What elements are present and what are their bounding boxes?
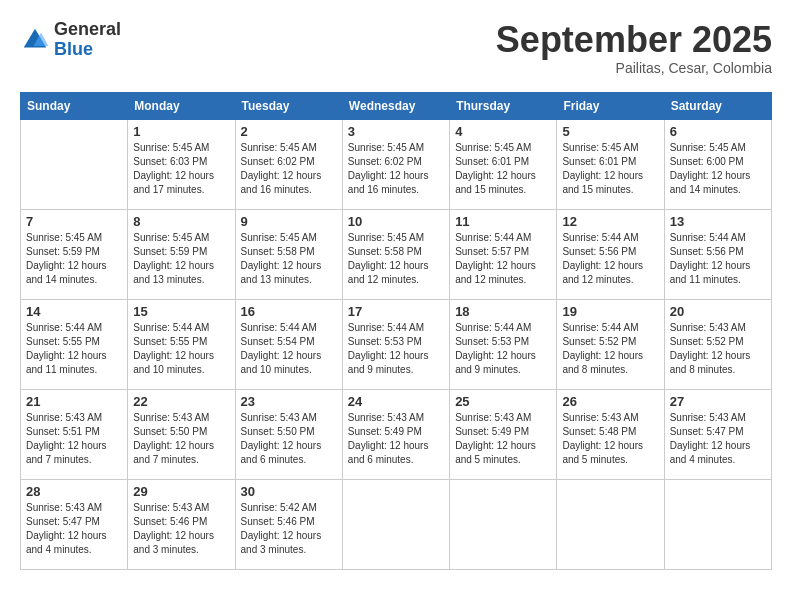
day-number: 24 <box>348 394 444 409</box>
day-number: 27 <box>670 394 766 409</box>
calendar-table: SundayMondayTuesdayWednesdayThursdayFrid… <box>20 92 772 570</box>
day-info: Sunrise: 5:45 AM Sunset: 6:02 PM Dayligh… <box>241 141 337 197</box>
calendar-cell <box>450 479 557 569</box>
calendar-cell: 4Sunrise: 5:45 AM Sunset: 6:01 PM Daylig… <box>450 119 557 209</box>
day-number: 28 <box>26 484 122 499</box>
weekday-header-monday: Monday <box>128 92 235 119</box>
calendar-cell: 26Sunrise: 5:43 AM Sunset: 5:48 PM Dayli… <box>557 389 664 479</box>
day-number: 6 <box>670 124 766 139</box>
calendar-cell <box>664 479 771 569</box>
calendar-cell: 5Sunrise: 5:45 AM Sunset: 6:01 PM Daylig… <box>557 119 664 209</box>
day-info: Sunrise: 5:44 AM Sunset: 5:55 PM Dayligh… <box>26 321 122 377</box>
calendar-cell: 19Sunrise: 5:44 AM Sunset: 5:52 PM Dayli… <box>557 299 664 389</box>
calendar-header: SundayMondayTuesdayWednesdayThursdayFrid… <box>21 92 772 119</box>
calendar-cell: 27Sunrise: 5:43 AM Sunset: 5:47 PM Dayli… <box>664 389 771 479</box>
weekday-header-friday: Friday <box>557 92 664 119</box>
logo-icon <box>20 25 50 55</box>
day-number: 5 <box>562 124 658 139</box>
day-number: 8 <box>133 214 229 229</box>
day-number: 7 <box>26 214 122 229</box>
calendar-cell: 10Sunrise: 5:45 AM Sunset: 5:58 PM Dayli… <box>342 209 449 299</box>
day-info: Sunrise: 5:45 AM Sunset: 5:58 PM Dayligh… <box>348 231 444 287</box>
day-number: 21 <box>26 394 122 409</box>
calendar-cell: 14Sunrise: 5:44 AM Sunset: 5:55 PM Dayli… <box>21 299 128 389</box>
week-row-1: 1Sunrise: 5:45 AM Sunset: 6:03 PM Daylig… <box>21 119 772 209</box>
day-number: 22 <box>133 394 229 409</box>
calendar-cell: 29Sunrise: 5:43 AM Sunset: 5:46 PM Dayli… <box>128 479 235 569</box>
calendar-cell: 9Sunrise: 5:45 AM Sunset: 5:58 PM Daylig… <box>235 209 342 299</box>
day-info: Sunrise: 5:43 AM Sunset: 5:49 PM Dayligh… <box>348 411 444 467</box>
calendar-body: 1Sunrise: 5:45 AM Sunset: 6:03 PM Daylig… <box>21 119 772 569</box>
day-number: 14 <box>26 304 122 319</box>
day-number: 15 <box>133 304 229 319</box>
day-info: Sunrise: 5:43 AM Sunset: 5:51 PM Dayligh… <box>26 411 122 467</box>
day-info: Sunrise: 5:45 AM Sunset: 5:59 PM Dayligh… <box>133 231 229 287</box>
calendar-cell: 12Sunrise: 5:44 AM Sunset: 5:56 PM Dayli… <box>557 209 664 299</box>
page-header: General Blue September 2025 Pailitas, Ce… <box>20 20 772 76</box>
day-info: Sunrise: 5:45 AM Sunset: 6:01 PM Dayligh… <box>562 141 658 197</box>
day-number: 23 <box>241 394 337 409</box>
day-number: 2 <box>241 124 337 139</box>
calendar-cell: 21Sunrise: 5:43 AM Sunset: 5:51 PM Dayli… <box>21 389 128 479</box>
month-title: September 2025 <box>496 20 772 60</box>
weekday-header-wednesday: Wednesday <box>342 92 449 119</box>
day-number: 16 <box>241 304 337 319</box>
day-number: 29 <box>133 484 229 499</box>
calendar-cell: 2Sunrise: 5:45 AM Sunset: 6:02 PM Daylig… <box>235 119 342 209</box>
title-block: September 2025 Pailitas, Cesar, Colombia <box>496 20 772 76</box>
calendar-cell: 8Sunrise: 5:45 AM Sunset: 5:59 PM Daylig… <box>128 209 235 299</box>
weekday-header-saturday: Saturday <box>664 92 771 119</box>
day-number: 3 <box>348 124 444 139</box>
calendar-cell: 17Sunrise: 5:44 AM Sunset: 5:53 PM Dayli… <box>342 299 449 389</box>
day-info: Sunrise: 5:45 AM Sunset: 6:03 PM Dayligh… <box>133 141 229 197</box>
calendar-cell <box>21 119 128 209</box>
day-info: Sunrise: 5:44 AM Sunset: 5:54 PM Dayligh… <box>241 321 337 377</box>
day-number: 11 <box>455 214 551 229</box>
day-number: 17 <box>348 304 444 319</box>
weekday-header-thursday: Thursday <box>450 92 557 119</box>
calendar-cell: 13Sunrise: 5:44 AM Sunset: 5:56 PM Dayli… <box>664 209 771 299</box>
day-info: Sunrise: 5:45 AM Sunset: 6:00 PM Dayligh… <box>670 141 766 197</box>
day-number: 26 <box>562 394 658 409</box>
calendar-cell: 6Sunrise: 5:45 AM Sunset: 6:00 PM Daylig… <box>664 119 771 209</box>
logo-text: General Blue <box>54 20 121 60</box>
day-info: Sunrise: 5:44 AM Sunset: 5:52 PM Dayligh… <box>562 321 658 377</box>
calendar-cell: 28Sunrise: 5:43 AM Sunset: 5:47 PM Dayli… <box>21 479 128 569</box>
day-number: 20 <box>670 304 766 319</box>
day-info: Sunrise: 5:43 AM Sunset: 5:52 PM Dayligh… <box>670 321 766 377</box>
day-info: Sunrise: 5:43 AM Sunset: 5:50 PM Dayligh… <box>133 411 229 467</box>
calendar-cell: 23Sunrise: 5:43 AM Sunset: 5:50 PM Dayli… <box>235 389 342 479</box>
day-number: 18 <box>455 304 551 319</box>
day-number: 12 <box>562 214 658 229</box>
calendar-cell: 22Sunrise: 5:43 AM Sunset: 5:50 PM Dayli… <box>128 389 235 479</box>
weekday-header-sunday: Sunday <box>21 92 128 119</box>
day-number: 9 <box>241 214 337 229</box>
day-info: Sunrise: 5:45 AM Sunset: 5:58 PM Dayligh… <box>241 231 337 287</box>
day-info: Sunrise: 5:42 AM Sunset: 5:46 PM Dayligh… <box>241 501 337 557</box>
calendar-cell: 7Sunrise: 5:45 AM Sunset: 5:59 PM Daylig… <box>21 209 128 299</box>
day-info: Sunrise: 5:44 AM Sunset: 5:53 PM Dayligh… <box>348 321 444 377</box>
calendar-cell: 30Sunrise: 5:42 AM Sunset: 5:46 PM Dayli… <box>235 479 342 569</box>
calendar-cell: 20Sunrise: 5:43 AM Sunset: 5:52 PM Dayli… <box>664 299 771 389</box>
weekday-header-row: SundayMondayTuesdayWednesdayThursdayFrid… <box>21 92 772 119</box>
logo: General Blue <box>20 20 121 60</box>
day-number: 1 <box>133 124 229 139</box>
day-info: Sunrise: 5:45 AM Sunset: 5:59 PM Dayligh… <box>26 231 122 287</box>
week-row-2: 7Sunrise: 5:45 AM Sunset: 5:59 PM Daylig… <box>21 209 772 299</box>
day-info: Sunrise: 5:45 AM Sunset: 6:02 PM Dayligh… <box>348 141 444 197</box>
day-number: 25 <box>455 394 551 409</box>
day-info: Sunrise: 5:43 AM Sunset: 5:47 PM Dayligh… <box>26 501 122 557</box>
day-info: Sunrise: 5:44 AM Sunset: 5:55 PM Dayligh… <box>133 321 229 377</box>
calendar-cell: 11Sunrise: 5:44 AM Sunset: 5:57 PM Dayli… <box>450 209 557 299</box>
day-info: Sunrise: 5:44 AM Sunset: 5:56 PM Dayligh… <box>670 231 766 287</box>
day-info: Sunrise: 5:43 AM Sunset: 5:49 PM Dayligh… <box>455 411 551 467</box>
day-info: Sunrise: 5:44 AM Sunset: 5:53 PM Dayligh… <box>455 321 551 377</box>
calendar-cell: 25Sunrise: 5:43 AM Sunset: 5:49 PM Dayli… <box>450 389 557 479</box>
day-info: Sunrise: 5:43 AM Sunset: 5:46 PM Dayligh… <box>133 501 229 557</box>
day-number: 10 <box>348 214 444 229</box>
calendar-cell: 16Sunrise: 5:44 AM Sunset: 5:54 PM Dayli… <box>235 299 342 389</box>
week-row-4: 21Sunrise: 5:43 AM Sunset: 5:51 PM Dayli… <box>21 389 772 479</box>
day-info: Sunrise: 5:43 AM Sunset: 5:47 PM Dayligh… <box>670 411 766 467</box>
day-number: 30 <box>241 484 337 499</box>
day-info: Sunrise: 5:44 AM Sunset: 5:56 PM Dayligh… <box>562 231 658 287</box>
